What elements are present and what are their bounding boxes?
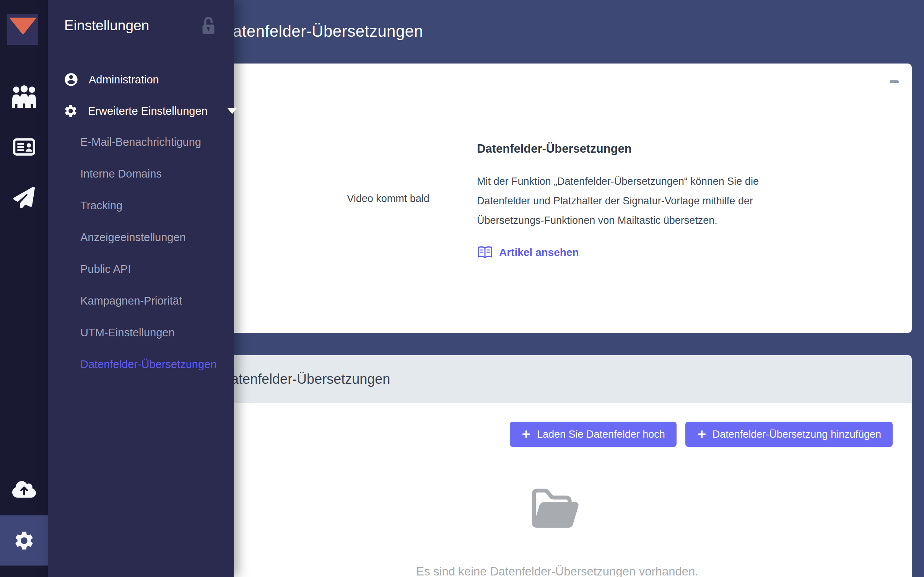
section-actions: Laden Sie Datenfelder hoch Datenfelder-Ü…: [510, 422, 893, 447]
info-column: Datenfelder-Übersetzungen Mit der Funkti…: [477, 142, 813, 261]
menu-item-label: Erweiterte Einstellungen: [88, 105, 208, 117]
add-button-label: Datenfelder-Übersetzung hinzufügen: [713, 429, 881, 440]
contact-card-icon: [13, 138, 35, 156]
chevron-down-icon: [228, 108, 237, 114]
plus-icon: [521, 429, 531, 439]
cloud-upload-icon: [12, 480, 36, 499]
info-description: Mit der Funktion „Datenfelder-Übersetzun…: [477, 172, 806, 230]
paper-plane-icon: [13, 187, 35, 208]
submenu-item-email-benachrichtigung[interactable]: E-Mail-Benachrichtigung: [80, 126, 216, 158]
menu-item-label: Administration: [89, 73, 159, 86]
page-title: Datenfelder-Übersetzungen: [221, 0, 423, 62]
logo-triangle-icon: [9, 18, 37, 35]
panel-title: Einstellungen: [64, 18, 149, 34]
article-link-label: Artikel ansehen: [499, 246, 579, 259]
section-title: Datenfelder-Übersetzungen: [221, 355, 390, 403]
sidebar-item-campaigns[interactable]: [0, 186, 48, 209]
plus-icon: [697, 429, 707, 439]
add-translation-button[interactable]: Datenfelder-Übersetzung hinzufügen: [685, 422, 893, 447]
article-link[interactable]: Artikel ansehen: [477, 246, 579, 259]
gear-small-icon: [63, 104, 78, 118]
sidebar-item-users[interactable]: [0, 85, 48, 109]
app-logo[interactable]: [7, 14, 38, 45]
menu-item-administration[interactable]: Administration: [63, 69, 159, 90]
book-open-icon: [477, 246, 493, 259]
sidebar-item-settings-active[interactable]: [0, 515, 48, 566]
unlock-icon[interactable]: [201, 16, 216, 35]
collapse-card-button[interactable]: [890, 80, 899, 83]
upload-datafields-button[interactable]: Laden Sie Datenfelder hoch: [510, 422, 677, 447]
settings-panel: Einstellungen Administration Erweiterte …: [48, 0, 234, 577]
sidebar-item-upload[interactable]: [0, 480, 48, 499]
submenu-item-utm-einstellungen[interactable]: UTM-Einstellungen: [80, 317, 216, 349]
submenu-item-public-api[interactable]: Public API: [80, 253, 216, 285]
submenu-item-tracking[interactable]: Tracking: [80, 190, 216, 222]
submenu-item-anzeigeeinstellungen[interactable]: Anzeigeeinstellungen: [80, 222, 216, 253]
video-placeholder: Video kommt bald: [281, 193, 495, 205]
icon-rail: [0, 0, 48, 577]
empty-folder-icon: [530, 487, 582, 531]
submenu-item-kampagnen-prioritaet[interactable]: Kampagnen-Priorität: [80, 285, 216, 317]
menu-item-advanced-settings[interactable]: Erweiterte Einstellungen: [63, 100, 237, 122]
account-circle-icon: [63, 72, 79, 87]
empty-state-text: Es sind keine Datenfelder-Übersetzungen …: [416, 565, 698, 577]
users-group-icon: [11, 85, 37, 108]
info-heading: Datenfelder-Übersetzungen: [477, 142, 813, 156]
submenu-item-datenfelder-uebersetzungen[interactable]: Datenfelder-Übersetzungen: [80, 349, 216, 380]
upload-button-label: Laden Sie Datenfelder hoch: [537, 429, 665, 440]
gear-icon: [13, 530, 35, 552]
sidebar-item-contacts[interactable]: [0, 136, 48, 158]
submenu-item-interne-domains[interactable]: Interne Domains: [80, 158, 216, 190]
advanced-settings-submenu: E-Mail-Benachrichtigung Interne Domains …: [80, 126, 216, 380]
